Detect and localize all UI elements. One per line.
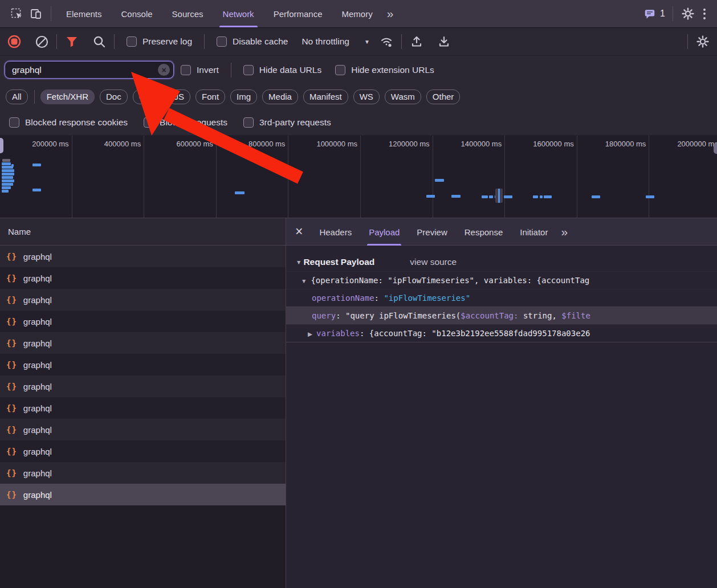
request-row[interactable]: {}graphql xyxy=(0,375,286,397)
menu-kebab-icon[interactable] xyxy=(698,9,711,19)
checkbox-box[interactable] xyxy=(243,65,254,75)
json-braces-icon: {} xyxy=(6,382,17,391)
checkbox-box[interactable] xyxy=(144,117,154,128)
checkbox-box[interactable] xyxy=(9,117,19,128)
chip-img[interactable]: Img xyxy=(230,89,257,104)
detail-tab-payload[interactable]: Payload xyxy=(360,218,408,246)
section-expanded-icon[interactable]: ▼ xyxy=(296,259,302,266)
tab-sources[interactable]: Sources xyxy=(162,0,213,27)
chip-js[interactable]: JS xyxy=(168,89,191,104)
checkbox-label: 3rd-party requests xyxy=(259,117,331,128)
clear-filter-icon[interactable]: × xyxy=(158,64,170,76)
disable-cache-label: Disable cache xyxy=(233,36,288,47)
chip-doc[interactable]: Doc xyxy=(100,89,128,104)
hide-extension-urls-checkbox[interactable]: Hide extension URLs xyxy=(335,65,434,75)
network-conditions-icon[interactable] xyxy=(377,32,396,51)
record-network-log-button[interactable] xyxy=(5,32,24,51)
console-messages-badge[interactable]: 1 xyxy=(641,7,667,20)
filter-funnel-icon[interactable] xyxy=(62,32,82,51)
payload-tree-row[interactable]: query: "query ipFlowTimeseries($accountT… xyxy=(286,307,717,324)
request-row[interactable]: {}graphql xyxy=(0,419,286,440)
device-toolbar-icon[interactable] xyxy=(26,4,46,23)
request-row[interactable]: {}graphql xyxy=(0,462,286,484)
detail-tab-response[interactable]: Response xyxy=(456,218,512,246)
json-braces-icon: {} xyxy=(6,468,17,477)
timeline-tick: 800000 ms xyxy=(217,136,289,218)
overview-request-bar xyxy=(11,164,14,167)
view-source-link[interactable]: view source xyxy=(410,257,457,267)
chip-font[interactable]: Font xyxy=(195,89,225,104)
divider xyxy=(34,90,35,104)
preserve-log-checkbox[interactable]: Preserve log xyxy=(127,36,192,47)
more-detail-tabs-icon[interactable]: » xyxy=(556,225,572,239)
filter-input[interactable] xyxy=(11,64,158,76)
overview-request-bar xyxy=(592,195,600,198)
checkbox-label: Blocked requests xyxy=(160,117,227,128)
checkbox-box[interactable] xyxy=(127,36,137,47)
chip-fetch-xhr[interactable]: Fetch/XHR xyxy=(40,89,95,104)
checkbox-box[interactable] xyxy=(243,117,254,128)
request-row[interactable]: {}graphql xyxy=(0,354,286,375)
chip-other[interactable]: Other xyxy=(426,89,461,104)
request-row[interactable]: {}graphql xyxy=(0,440,286,462)
name-column-header[interactable]: Name xyxy=(0,218,286,246)
blocked-response-cookies-checkbox[interactable]: Blocked response cookies xyxy=(9,117,128,128)
detail-tab-preview[interactable]: Preview xyxy=(408,218,455,246)
invert-checkbox[interactable]: Invert xyxy=(181,65,219,75)
overview-scrollbar-nub[interactable] xyxy=(714,143,717,154)
request-row[interactable]: {}graphql xyxy=(0,289,286,311)
throttling-select[interactable]: No throttling ▼ xyxy=(302,36,369,47)
request-name: graphql xyxy=(23,273,52,283)
request-row[interactable]: {}graphql xyxy=(0,246,286,267)
chip-wasm[interactable]: Wasm xyxy=(385,89,421,104)
filter-input-box[interactable]: × xyxy=(5,61,174,79)
tab-network[interactable]: Network xyxy=(213,0,264,27)
request-payload-section[interactable]: ▼ Request Payload view source xyxy=(286,252,717,271)
detail-tabs: HeadersPayloadPreviewResponseInitiator xyxy=(311,218,556,246)
export-har-icon[interactable] xyxy=(434,32,454,51)
payload-tree-row[interactable]: operationName: "ipFlowTimeseries" xyxy=(286,289,717,307)
inspect-element-icon[interactable] xyxy=(7,4,26,23)
close-details-icon[interactable]: × xyxy=(295,225,303,238)
search-icon[interactable] xyxy=(89,32,109,51)
chip-media[interactable]: Media xyxy=(262,89,298,104)
settings-gear-icon[interactable] xyxy=(678,4,698,23)
request-row[interactable]: {}graphql xyxy=(0,267,286,289)
tab-performance[interactable]: Performance xyxy=(264,0,332,27)
json-braces-icon: {} xyxy=(6,447,17,456)
timeline-tick: 600000 ms xyxy=(144,136,217,218)
tab-memory[interactable]: Memory xyxy=(332,0,382,27)
chip-manifest[interactable]: Manifest xyxy=(303,89,348,104)
blocked-requests-checkbox[interactable]: Blocked requests xyxy=(144,117,227,128)
tab-console[interactable]: Console xyxy=(112,0,162,27)
detail-tab-headers[interactable]: Headers xyxy=(311,218,360,246)
payload-tree-row[interactable]: ▼{operationName: "ipFlowTimeseries", var… xyxy=(286,271,717,289)
payload-tree-row[interactable]: ▶variables: {accountTag: "b12e3b2192ee55… xyxy=(286,324,717,342)
chip-css[interactable]: CSS xyxy=(133,89,163,104)
network-settings-gear-icon[interactable] xyxy=(693,32,712,51)
request-name: graphql xyxy=(23,468,52,478)
checkbox-box[interactable] xyxy=(217,36,227,47)
request-name: graphql xyxy=(23,252,52,262)
3rd-party-requests-checkbox[interactable]: 3rd-party requests xyxy=(243,117,331,128)
request-row[interactable]: {}graphql xyxy=(0,311,286,332)
network-overview-timeline[interactable]: 200000 ms400000 ms600000 ms800000 ms1000… xyxy=(0,136,717,218)
chip-ws[interactable]: WS xyxy=(353,89,380,104)
checkbox-box[interactable] xyxy=(181,65,191,75)
tree-collapsed-icon[interactable]: ▶ xyxy=(308,330,312,337)
clear-network-log-button[interactable] xyxy=(32,32,51,51)
request-row[interactable]: {}graphql xyxy=(0,397,286,419)
request-row[interactable]: {}graphql xyxy=(0,484,286,505)
hide-data-urls-checkbox[interactable]: Hide data URLs xyxy=(243,65,321,75)
request-row[interactable]: {}graphql xyxy=(0,332,286,354)
more-panels-icon[interactable]: » xyxy=(382,7,398,21)
tab-elements[interactable]: Elements xyxy=(56,0,112,27)
disable-cache-checkbox[interactable]: Disable cache xyxy=(217,36,288,47)
import-har-icon[interactable] xyxy=(407,32,426,51)
chip-all[interactable]: All xyxy=(6,89,28,104)
tree-expanded-icon[interactable]: ▼ xyxy=(301,277,307,284)
overview-left-handle[interactable] xyxy=(0,138,3,153)
checkbox-box[interactable] xyxy=(335,65,345,75)
detail-tab-initiator[interactable]: Initiator xyxy=(511,218,556,246)
divider xyxy=(56,34,57,49)
